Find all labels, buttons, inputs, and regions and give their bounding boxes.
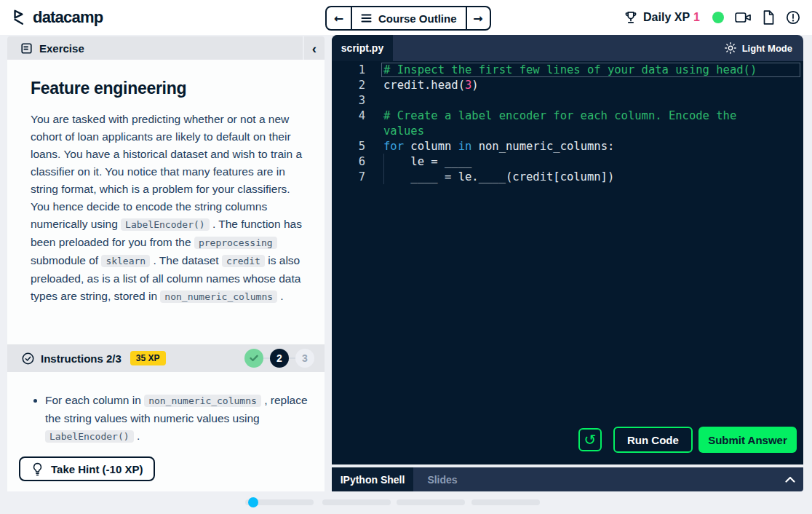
page-title: Feature engineering [31, 79, 306, 98]
step-connector [263, 357, 270, 359]
inline-code: credit [222, 255, 265, 267]
line-number: 3 [332, 93, 365, 108]
editor-tab-bar: script.py Light Mode [332, 35, 803, 61]
expand-console-button[interactable] [777, 467, 803, 491]
sun-icon [725, 42, 736, 54]
code-line[interactable]: 1# Inspect the first few lines of your d… [332, 63, 803, 78]
inline-code: LabelEncoder() [121, 218, 210, 231]
report-issue-icon[interactable] [786, 10, 800, 25]
progress-bar-3[interactable] [397, 499, 465, 505]
trophy-icon [624, 10, 638, 25]
code-line[interactable]: 6 le = ____ [332, 154, 803, 170]
take-hint-button[interactable]: Take Hint (-10 XP) [19, 456, 155, 481]
light-mode-label: Light Mode [742, 43, 792, 54]
collapse-panel-button[interactable]: ‹ [304, 36, 325, 60]
line-number [332, 124, 365, 139]
exercise-doc-icon [21, 43, 32, 54]
xp-badge: 35 XP [130, 351, 166, 365]
line-number: 4 [332, 108, 365, 124]
code-line[interactable]: 5for column in non_numeric_columns: [332, 139, 803, 154]
streak-indicator-dot[interactable] [712, 12, 724, 23]
instruction-step-1[interactable] [244, 349, 263, 368]
instruction-bullet: For each column in non_numeric_columns ,… [45, 392, 311, 446]
header-right-cluster: Daily XP 1 [624, 0, 800, 35]
tab-ipython-shell[interactable]: IPython Shell [332, 467, 413, 491]
code-line[interactable]: 2credit.head(3) [332, 78, 803, 93]
tab-slides[interactable]: Slides [413, 467, 471, 491]
line-number: 7 [332, 170, 365, 185]
top-header: datacamp ← Course Outline → [0, 0, 812, 35]
inline-code: preprocessing [194, 237, 277, 249]
inline-code: non_numeric_columns [160, 290, 277, 303]
console-tab-bar: IPython Shell Slides [332, 467, 803, 491]
datacamp-logo-icon [10, 9, 28, 26]
chevron-up-icon [785, 476, 795, 483]
instructions-check-icon [22, 352, 34, 365]
instructions-header-bar: Instructions 2/3 35 XP 23 [7, 344, 325, 372]
code-editor[interactable]: 1# Inspect the first few lines of your d… [332, 61, 803, 464]
hamburger-icon [361, 14, 372, 23]
daily-xp-value: 1 [693, 11, 700, 24]
step-connector [289, 357, 295, 359]
course-outline-label: Course Outline [378, 12, 457, 25]
light-mode-toggle[interactable]: Light Mode [725, 35, 803, 61]
document-icon[interactable] [763, 10, 775, 25]
datacamp-logo[interactable]: datacamp [10, 7, 103, 28]
take-hint-label: Take Hint (-10 XP) [51, 463, 143, 475]
current-progress-dot[interactable] [248, 497, 258, 507]
progress-bar-2[interactable] [322, 499, 391, 505]
code-line[interactable]: 7 ____ = le.____(credit[column]) [332, 170, 803, 185]
instruction-step-2[interactable]: 2 [270, 349, 289, 368]
code-line[interactable]: 3 [332, 93, 803, 108]
inline-code: LabelEncoder() [45, 430, 134, 443]
run-code-button[interactable]: Run Code [613, 427, 693, 453]
instruction-step-indicator: 23 [244, 349, 314, 368]
line-number: 5 [332, 139, 365, 154]
line-number: 2 [332, 78, 365, 93]
line-number: 1 [332, 63, 365, 78]
code-line[interactable]: values [332, 124, 803, 139]
daily-xp-label: Daily XP [643, 11, 690, 24]
course-outline-button[interactable]: Course Outline [351, 7, 466, 29]
exercise-nav-group: ← Course Outline → [325, 6, 491, 31]
previous-exercise-button[interactable]: ← [327, 7, 351, 29]
exercise-tab-label: Exercise [39, 42, 84, 55]
progress-bar-4[interactable] [471, 499, 540, 505]
next-exercise-button[interactable]: → [466, 7, 490, 29]
exercise-description: You are tasked with predicting whether o… [31, 111, 306, 306]
submit-answer-button[interactable]: Submit Answer [698, 427, 797, 453]
inline-code: non_numeric_columns [144, 395, 261, 407]
instruction-step-3[interactable]: 3 [295, 349, 314, 368]
code-line[interactable]: 4# Create a label encoder for each colum… [332, 108, 803, 124]
instructions-title: Instructions 2/3 [41, 352, 122, 365]
exercise-description-panel: Feature engineering You are tasked with … [7, 60, 325, 344]
video-camera-icon[interactable] [735, 12, 752, 23]
reset-code-button[interactable]: ↺ [578, 428, 602, 451]
exercise-tab-bar: Exercise [7, 36, 303, 60]
script-py-tab[interactable]: script.py [332, 35, 393, 61]
logo-wordmark: datacamp [33, 8, 103, 27]
line-number: 6 [332, 154, 365, 170]
lightbulb-icon [31, 462, 44, 476]
indent-guide-line [383, 154, 384, 184]
inline-code: sklearn [101, 255, 150, 267]
